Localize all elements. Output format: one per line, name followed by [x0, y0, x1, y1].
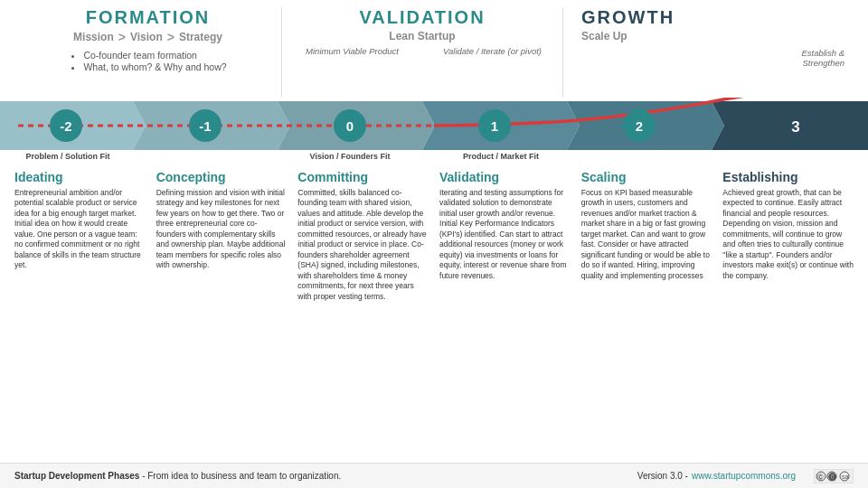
circle-2-label: 2 [636, 118, 643, 134]
cc-icon: ©  🅞 c by sa [814, 469, 854, 483]
footer-text: - From idea to business and team to orga… [139, 471, 341, 481]
footer-bold: Startup Development Phases [14, 471, 139, 481]
footer-url: www.startupcommons.org [692, 471, 796, 481]
svg-text:sa: sa [842, 474, 849, 480]
col-ideating-title: Ideating [14, 170, 146, 184]
svg-text:c: c [819, 474, 823, 480]
cc-badge: ©  🅞 c by sa [814, 469, 854, 483]
formation-vision: Vision [130, 31, 163, 43]
formation-title: FORMATION [86, 7, 211, 28]
gt2: > [167, 30, 175, 44]
stage-label-0: Problem / Solution Fit [26, 152, 110, 161]
circle-3-label: 3 [791, 118, 799, 136]
circle-0-label: 0 [346, 118, 354, 134]
header-area: FORMATION Mission > Vision > Strategy Co… [0, 0, 868, 98]
col-scaling-title: Scaling [581, 170, 712, 184]
circle-neg2-label: -2 [60, 118, 71, 134]
col-committing: Committing Committed, skills balanced co… [297, 170, 429, 457]
formation-bullets: Co-founder team formation What, to whom?… [69, 50, 226, 73]
growth-subtitle: Scale Up [581, 30, 627, 42]
validation-sub-row: Minimum Viable Product Validate / Iterat… [282, 46, 562, 56]
footer-left: Startup Development Phases - From idea t… [14, 471, 637, 481]
stage-label-2: Vision / Founders Fit [310, 152, 391, 161]
footer-version: Version 3.0 - [637, 471, 688, 481]
gt1: > [118, 30, 126, 44]
col-establishing-body: Achieved great growth, that can be expec… [722, 188, 854, 281]
bullet-1: Co-founder team formation [83, 50, 226, 61]
col-concepting-title: Concepting [156, 170, 288, 184]
growth-desc: Establish &Strengthen [581, 48, 854, 68]
validation-section: VALIDATION Lean Startup Minimum Viable P… [282, 7, 562, 98]
formation-section: FORMATION Mission > Vision > Strategy Co… [14, 7, 281, 98]
validation-title: VALIDATION [359, 7, 485, 28]
growth-title: GROWTH [581, 7, 675, 28]
col-validating-body: Iterating and testing assumptions for va… [439, 188, 571, 281]
circle-neg1-label: -1 [199, 118, 211, 134]
col-ideating-body: Entrepreneurial ambition and/or potentia… [14, 188, 146, 271]
circle-1-label: 1 [491, 118, 498, 134]
col-ideating: Ideating Entrepreneurial ambition and/or… [14, 170, 146, 457]
bottom-content: Ideating Entrepreneurial ambition and/or… [0, 163, 868, 463]
col-committing-title: Committing [297, 170, 429, 184]
col-establishing-title: Establishing [722, 170, 854, 184]
col-establishing: Establishing Achieved great growth, that… [722, 170, 854, 457]
col-concepting: Concepting Defining mission and vision w… [156, 170, 288, 457]
formation-subtitle: Mission [73, 31, 114, 43]
col-scaling-body: Focus on KPI based measurable growth in … [581, 188, 712, 281]
growth-section: GROWTH Scale Up Establish &Strengthen [563, 7, 854, 98]
footer: Startup Development Phases - From idea t… [0, 463, 868, 488]
validation-mvp: Minimum Viable Product [282, 46, 422, 56]
formation-strategy: Strategy [179, 31, 222, 43]
stage-label-5: Business Model / Market Fit [733, 152, 841, 161]
stage-label-3: Product / Market Fit [463, 152, 539, 161]
col-concepting-body: Defining mission and vision with initial… [156, 188, 288, 271]
stages-svg: Problem / Solution Fit Vision / Founders… [0, 98, 868, 163]
col-validating: Validating Iterating and testing assumpt… [439, 170, 571, 457]
svg-text:by: by [830, 474, 837, 481]
validation-iterate: Validate / Iterate (or pivot) [422, 46, 562, 56]
stages-band: Problem / Solution Fit Vision / Founders… [0, 98, 868, 163]
col-scaling: Scaling Focus on KPI based measurable gr… [581, 170, 712, 457]
footer-right: Version 3.0 - www.startupcommons.org © … [637, 469, 854, 483]
page: FORMATION Mission > Vision > Strategy Co… [0, 0, 868, 488]
col-validating-title: Validating [439, 170, 571, 184]
bullet-2: What, to whom? & Why and how? [83, 61, 226, 72]
col-committing-body: Committed, skills balanced co-founding t… [297, 188, 429, 302]
validation-subtitle: Lean Startup [389, 30, 455, 42]
